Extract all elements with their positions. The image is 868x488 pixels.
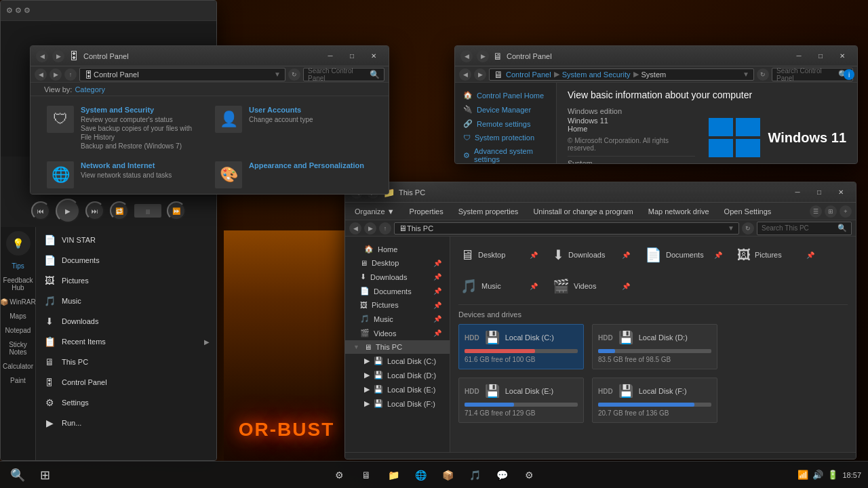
- fe-addr-back[interactable]: ◀: [349, 222, 361, 235]
- taskbar-start-btn[interactable]: ⊞: [33, 463, 57, 487]
- view-new-btn[interactable]: +: [840, 205, 852, 218]
- breadcrumb-2[interactable]: System and Security: [562, 70, 631, 79]
- qa-desktop[interactable]: 🖥 Desktop 📌: [458, 245, 540, 265]
- menu-item-documents[interactable]: 📄 Documents: [36, 250, 216, 270]
- fe-addr-dropdown[interactable]: ▼: [728, 224, 734, 232]
- view-list-btn[interactable]: ☰: [810, 205, 822, 218]
- menu-item-run[interactable]: ▶ Run...: [36, 413, 216, 433]
- tray-network[interactable]: 📶: [797, 470, 808, 480]
- menu-item-vinstar[interactable]: 📄 VIN STAR: [36, 230, 216, 250]
- fe-minimize[interactable]: ─: [788, 186, 807, 199]
- back-button[interactable]: ◀: [36, 50, 48, 62]
- taskbar-app-media[interactable]: 🎵: [462, 463, 487, 487]
- qa-music[interactable]: 🎵 Music 📌: [458, 276, 540, 296]
- fe-addr-forward[interactable]: ▶: [364, 222, 376, 235]
- taskbar-app-store[interactable]: 📦: [435, 463, 460, 487]
- sys-sidebar-remote-settings[interactable]: 🔗 Remote settings: [460, 117, 551, 131]
- volume-control[interactable]: |||: [134, 204, 161, 218]
- map-network-btn[interactable]: Map network drive: [643, 206, 715, 217]
- fe-refresh[interactable]: ↻: [742, 222, 754, 235]
- drive-c-card[interactable]: HDD 💾 Local Disk (C:) 61.6 GB free of 10…: [458, 324, 584, 369]
- taskbar-app-chat[interactable]: 💬: [490, 463, 514, 487]
- sidebar-item-paint[interactable]: Paint: [7, 374, 28, 387]
- fe-addr-up[interactable]: ↑: [379, 222, 391, 235]
- fe-sidebar-music[interactable]: 🎵 Music 📌: [345, 312, 450, 326]
- taskbar-app-edge[interactable]: 🌐: [408, 463, 433, 487]
- sidebar-item-winrar[interactable]: 📦 WinRAR: [0, 296, 39, 308]
- qa-downloads[interactable]: ⬇ Downloads 📌: [551, 245, 632, 265]
- cp-refresh[interactable]: ↻: [288, 68, 300, 81]
- menu-item-settings[interactable]: ⚙ Settings: [36, 392, 216, 413]
- taskbar-app-gear[interactable]: ⚙: [517, 463, 541, 487]
- taskbar-search-btn[interactable]: 🔍: [5, 463, 30, 487]
- cp-item-user-accounts[interactable]: 👤 User Accounts Change account type: [212, 103, 375, 153]
- cp-up[interactable]: ↑: [64, 68, 77, 81]
- organize-btn[interactable]: Organize ▼: [349, 206, 400, 217]
- prev-button[interactable]: ⏮: [31, 201, 50, 220]
- sys-close[interactable]: ✕: [833, 49, 852, 63]
- fe-address-box[interactable]: 🖥 This PC ▼: [394, 222, 739, 235]
- maximize-button[interactable]: □: [342, 49, 361, 63]
- viewby-value[interactable]: Category: [75, 85, 105, 94]
- sys-sidebar-device-manager[interactable]: 🔌 Device Manager: [460, 102, 551, 117]
- cp-item-network[interactable]: 🌐 Network and Internet View network stat…: [44, 159, 207, 191]
- taskbar-app-folder[interactable]: 📁: [381, 463, 406, 487]
- fe-search-box[interactable]: Search This PC 🔍: [757, 222, 852, 235]
- cp-address-box[interactable]: 🎛 Control Panel ▼: [79, 68, 285, 81]
- repeat-button[interactable]: 🔁: [110, 201, 129, 220]
- uninstall-btn[interactable]: Uninstall or change a program: [528, 206, 638, 217]
- sidebar-item-calc[interactable]: Calculator: [0, 360, 36, 373]
- sys-sidebar-home[interactable]: 🏠 Control Panel Home: [460, 88, 551, 102]
- cp-back[interactable]: ◀: [35, 68, 47, 81]
- menu-item-pictures[interactable]: 🖼 Pictures: [36, 270, 216, 291]
- sys-maximize[interactable]: □: [811, 49, 830, 63]
- fe-sidebar-pictures[interactable]: 🖼 Pictures 📌: [345, 298, 450, 312]
- qa-pictures[interactable]: 🖼 Pictures 📌: [735, 245, 816, 265]
- fe-sidebar-downloads[interactable]: ⬇ Downloads 📌: [345, 270, 450, 284]
- breadcrumb-1[interactable]: Control Panel: [506, 70, 551, 79]
- drive-e-card[interactable]: HDD 💾 Local Disk (E:) 71.4 GB free of 12…: [458, 378, 584, 423]
- cp-forward[interactable]: ▶: [50, 68, 62, 81]
- cp-address-dropdown[interactable]: ▼: [274, 70, 281, 78]
- sys-addr-back[interactable]: ◀: [459, 68, 471, 81]
- taskbar-app-settings[interactable]: ⚙: [327, 463, 351, 487]
- info-icon[interactable]: i: [844, 69, 854, 80]
- sys-back[interactable]: ◀: [460, 50, 473, 62]
- sys-refresh[interactable]: ↻: [757, 68, 769, 81]
- cp-search-box[interactable]: Search Control Panel 🔍: [303, 68, 384, 81]
- fe-sidebar-desktop[interactable]: 🖥 Desktop 📌: [345, 256, 450, 270]
- fe-sidebar-drive-f[interactable]: ▶ 💾 Local Disk (F:): [345, 396, 450, 411]
- properties-btn[interactable]: Properties: [404, 206, 449, 217]
- menu-item-controlpanel[interactable]: 🎛 Control Panel: [36, 372, 216, 392]
- menu-item-thispc[interactable]: 🖥 This PC: [36, 352, 216, 372]
- system-clock[interactable]: 18:57: [842, 471, 861, 479]
- sys-addr-forward[interactable]: ▶: [474, 68, 486, 81]
- sys-address-box[interactable]: 🖥 Control Panel ▶ System and Security ▶ …: [489, 68, 754, 81]
- sys-search[interactable]: Search Control Panel 🔍: [772, 68, 853, 81]
- sidebar-item-tips[interactable]: Tips: [9, 260, 27, 272]
- sidebar-home-icon[interactable]: 💡: [6, 231, 31, 256]
- sidebar-item-notepad[interactable]: Notepad: [3, 324, 34, 337]
- next-button[interactable]: ⏭: [85, 201, 104, 220]
- qa-videos[interactable]: 🎬 Videos 📌: [551, 276, 632, 296]
- sys-sidebar-protection[interactable]: 🛡 System protection: [460, 131, 551, 144]
- shuffle-button[interactable]: ⏩: [167, 201, 186, 220]
- sys-sidebar-advanced[interactable]: ⚙ Advanced system settings: [460, 144, 551, 164]
- menu-item-recent[interactable]: 📋 Recent Items ▶: [36, 331, 216, 352]
- fe-sidebar-home[interactable]: 🏠 Home: [345, 242, 450, 256]
- forward-button[interactable]: ▶: [52, 50, 64, 62]
- cp-item-system-security[interactable]: 🛡 System and Security Review your comput…: [44, 103, 207, 153]
- tray-battery[interactable]: 🔋: [827, 470, 838, 480]
- system-properties-btn[interactable]: System properties: [453, 206, 524, 217]
- menu-item-music[interactable]: 🎵 Music: [36, 291, 216, 311]
- fe-maximize[interactable]: □: [810, 186, 829, 199]
- fe-sidebar-drive-d[interactable]: ▶ 💾 Local Disk (D:): [345, 368, 450, 382]
- fe-close[interactable]: ✕: [831, 186, 850, 199]
- fe-sidebar-drive-c[interactable]: ▶ 💾 Local Disk (C:): [345, 354, 450, 368]
- tray-volume[interactable]: 🔊: [812, 470, 823, 480]
- menu-item-downloads[interactable]: ⬇ Downloads: [36, 311, 216, 331]
- sidebar-item-sticky[interactable]: Sticky Notes: [1, 338, 35, 359]
- view-grid-btn[interactable]: ⊞: [825, 205, 837, 218]
- taskbar-app-explorer[interactable]: 🖥: [354, 463, 378, 487]
- drive-d-card[interactable]: HDD 💾 Local Disk (D:) 83.5 GB free of 98…: [592, 324, 717, 369]
